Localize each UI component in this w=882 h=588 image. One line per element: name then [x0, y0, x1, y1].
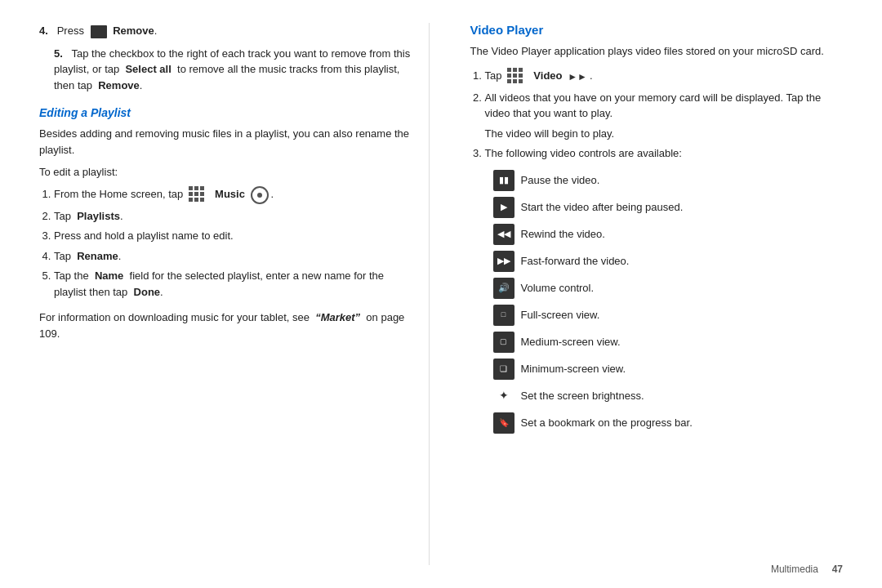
step4-line: 4. Press Remove. [39, 23, 412, 39]
step2b-text: The video will begin to play. [485, 126, 844, 142]
step1-video: Video [533, 69, 562, 82]
left-column: 4. Press Remove. 5. Tap the checkbox to … [39, 23, 430, 565]
sub2-tap: Tap [54, 210, 71, 222]
ctrl-min-label: Minimum-screen view. [521, 361, 626, 377]
editing-step5: Tap the Name field for the selected play… [54, 268, 412, 300]
ctrl-medium: ▢ Medium-screen view. [493, 332, 844, 353]
step4-remove: Remove [113, 24, 154, 37]
music-icon [251, 186, 269, 204]
ctrl-brightness: ✦ Set the screen brightness. [493, 385, 844, 407]
grid-icon-2 [507, 68, 525, 86]
editing-playlist-heading: Editing a Playlist [39, 106, 412, 119]
ctrl-ff: ▶▶ Fast-forward the video. [493, 251, 844, 272]
ctrl-fullscreen: □ Full-screen view. [493, 305, 844, 326]
info-italic: “Market” [315, 311, 360, 323]
medium-screen-icon: ▢ [493, 332, 514, 353]
ctrl-pause-label: Pause the video. [521, 172, 600, 189]
ctrl-bookmark: 🔖 Set a bookmark on the progress bar. [493, 412, 844, 434]
editing-intro: Besides adding and removing music files … [39, 126, 412, 158]
play-icon: ▶ [493, 197, 514, 218]
pause-icon: ▮▮ [493, 170, 514, 191]
step1-tap: Tap [485, 69, 502, 82]
right-column: Video Player The Video Player applicatio… [462, 23, 844, 565]
step3-text: The following video controls are availab… [485, 147, 682, 159]
editing-step1: From the Home screen, tap Music . [54, 186, 412, 204]
ctrl-rewind: ◀◀ Rewind the video. [493, 224, 844, 245]
video-step2: All videos that you have on your memory … [485, 90, 844, 142]
video-icon: ►► [568, 69, 587, 84]
step5-remove: Remove [98, 79, 140, 91]
ctrl-play-label: Start the video after being paused. [521, 199, 684, 216]
editing-step4: Tap Rename. [54, 248, 412, 265]
rewind-icon: ◀◀ [493, 224, 514, 245]
sub5-name: Name [95, 270, 123, 282]
ctrl-brightness-label: Set the screen brightness. [521, 388, 644, 404]
menu-icon [91, 25, 107, 38]
editing-step3: Press and hold a playlist name to edit. [54, 228, 412, 244]
footer-page: 47 [832, 564, 843, 575]
fast-forward-icon: ▶▶ [493, 251, 514, 272]
ctrl-pause: ▮▮ Pause the video. [493, 170, 844, 191]
video-steps: Tap Video ►►. All videos that you have o… [470, 68, 844, 434]
editing-steps: From the Home screen, tap Music . Tap Pl… [39, 186, 412, 301]
step5-number: 5. [54, 47, 63, 60]
video-step1: Tap Video ►►. [485, 68, 844, 86]
volume-icon: 🔊 [493, 278, 514, 299]
video-player-heading: Video Player [470, 23, 844, 37]
video-step3: The following video controls are availab… [485, 145, 844, 434]
min-screen-icon: ❏ [493, 359, 514, 380]
sub5-tap-text: Tap the [54, 270, 89, 282]
controls-list: ▮▮ Pause the video. ▶ Start the video af… [485, 170, 844, 434]
grid-icon [189, 186, 207, 204]
footer: Multimedia 47 [771, 564, 843, 575]
sub1-from-text: From the Home screen, tap [54, 188, 183, 200]
bookmark-icon: 🔖 [493, 412, 514, 434]
ctrl-fullscreen-label: Full-screen view. [521, 307, 600, 323]
sub1-music: Music [215, 188, 245, 200]
ctrl-play: ▶ Start the video after being paused. [493, 197, 844, 218]
ctrl-rewind-label: Rewind the video. [521, 226, 605, 243]
to-edit-label: To edit a playlist: [39, 164, 412, 180]
fullscreen-icon: □ [493, 305, 514, 326]
ctrl-bookmark-label: Set a bookmark on the progress bar. [521, 415, 693, 431]
editing-step2: Tap Playlists. [54, 208, 412, 225]
step2-text: All videos that you have on your memory … [485, 91, 822, 120]
ctrl-min: ❏ Minimum-screen view. [493, 359, 844, 380]
market-info: For information on downloading music for… [39, 310, 412, 341]
ctrl-volume: 🔊 Volume control. [493, 278, 844, 299]
sub4-tap: Tap [54, 250, 71, 262]
brightness-icon: ✦ [493, 385, 514, 407]
video-intro: The Video Player application plays video… [470, 43, 844, 60]
sub2-playlists: Playlists [77, 210, 120, 222]
ctrl-ff-label: Fast-forward the video. [521, 253, 630, 270]
step4-press: Press [57, 24, 84, 37]
step5-select-all: Select all [125, 63, 171, 75]
sub5-done: Done [134, 286, 161, 298]
info-text: For information on downloading music for… [39, 311, 310, 323]
ctrl-medium-label: Medium-screen view. [521, 334, 621, 350]
sub4-rename: Rename [77, 250, 118, 262]
step4-number: 4. [39, 24, 48, 37]
step5-line: 5. Tap the checkbox to the right of each… [39, 46, 412, 94]
ctrl-volume-label: Volume control. [521, 280, 595, 296]
footer-section: Multimedia [771, 564, 818, 575]
